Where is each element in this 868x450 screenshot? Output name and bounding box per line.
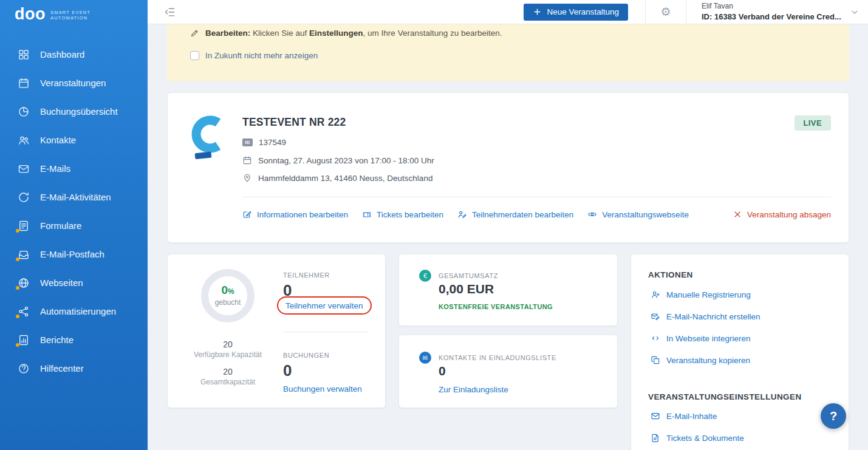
forms-icon <box>18 220 30 232</box>
sidebar-item-email-postfach[interactable]: E-Mail-Postfach <box>0 240 148 268</box>
chevron-down-icon <box>850 7 859 17</box>
event-datetime: Sonntag, 27. August 2023 von 17:00 - 18:… <box>258 156 434 165</box>
sidebar-item-kontakte[interactable]: Kontakte <box>0 126 148 154</box>
gear-icon[interactable]: ⚙ <box>646 0 686 24</box>
event-title: TESTEVENT NR 222 <box>242 116 346 129</box>
cancel-event-link[interactable]: Veranstaltung absagen <box>733 210 831 219</box>
calendar-icon <box>18 77 30 89</box>
topbar: Neue Veranstaltung ⚙ Elif Tavan ID: 1638… <box>148 0 868 24</box>
edit-tickets-link[interactable]: Tickets bearbeiten <box>362 210 443 219</box>
revenue-header: GESAMTUMSATZ <box>439 272 498 279</box>
sidebar-item-veranstaltungen[interactable]: Veranstaltungen <box>0 69 148 97</box>
sidebar-item-hilfecenter[interactable]: Hilfecenter <box>0 354 148 383</box>
available-capacity-value: 20 <box>179 339 276 349</box>
copy-event-link[interactable]: Veranstaltung kopieren <box>651 355 750 365</box>
websites-icon <box>18 277 30 289</box>
invites-count: 0 <box>439 364 446 378</box>
person-edit-icon <box>457 210 467 219</box>
event-location: Hammfelddamm 13, 41460 Neuss, Deutschlan… <box>258 174 432 183</box>
status-badge: LIVE <box>795 115 832 131</box>
manage-participants-link[interactable]: Teilnehmer verwalten <box>285 301 363 310</box>
manual-registration-link[interactable]: Manuelle Registrierung <box>651 290 751 299</box>
dashboard-icon <box>18 49 30 61</box>
sidebar-item-label: Buchungsübersicht <box>40 106 118 117</box>
sidebar-item-label: Veranstaltungen <box>40 78 106 88</box>
invite-list-link[interactable]: Zur Einladungsliste <box>439 385 508 394</box>
sidebar-item-label: Formulare <box>40 220 81 231</box>
sidebar-item-label: E-Mail-Aktivitäten <box>40 192 111 202</box>
tickets-documents-link[interactable]: Tickets & Dokumente <box>651 433 744 443</box>
sidebar-nav: Dashboard Veranstaltungen Buchungsübersi… <box>0 40 148 383</box>
revenue-value: 0,00 EUR <box>439 282 494 296</box>
event-website-link[interactable]: Veranstaltungswebseite <box>587 210 689 219</box>
sidebar-item-buchungsuebersicht[interactable]: Buchungsübersicht <box>0 97 148 126</box>
free-event-note: KOSTENFREIE VERANSTALTUNG <box>439 303 553 310</box>
cancel-x-icon <box>733 210 742 219</box>
participants-card: 0% gebucht 20 Verfügbare Kapazität 20 Ge… <box>167 254 386 408</box>
red-annotation-circle: Teilnehmer verwalten <box>277 296 372 315</box>
map-pin-icon <box>242 173 252 183</box>
event-id: 137549 <box>259 138 286 147</box>
account-label: ID: 16383 Verband der Vereine Cred... <box>702 12 844 22</box>
new-event-button[interactable]: Neue Veranstaltung <box>524 4 628 21</box>
event-action-links: Informationen bearbeiten Tickets bearbei… <box>242 210 831 219</box>
help-button[interactable]: ? <box>821 403 846 429</box>
invites-header: KONTAKTE IN EINLADUNGSLISTE <box>439 354 556 361</box>
copy-icon <box>651 355 660 365</box>
automation-icon <box>18 305 30 318</box>
total-capacity-label: Gesamtkapazität <box>179 378 276 386</box>
mail-icon <box>651 411 660 421</box>
sidebar-item-label: Hilfecenter <box>40 363 84 373</box>
person-plus-icon <box>651 290 660 299</box>
edit-document-icon <box>242 210 252 219</box>
invite-contacts-card: ✉ KONTAKTE IN EINLADUNGSLISTE 0 Zur Einl… <box>398 335 618 408</box>
sidebar-item-label: Berichte <box>40 335 73 345</box>
app-logo[interactable]: doo SMART EVENT AUTOMATION <box>0 0 148 21</box>
divider <box>283 332 368 332</box>
eye-icon <box>587 210 597 219</box>
id-badge-icon: ID <box>242 138 253 146</box>
total-capacity-value: 20 <box>179 367 276 377</box>
capacity-block: 20 Verfügbare Kapazität 20 Gesamtkapazit… <box>179 339 276 386</box>
actions-title: AKTIONEN <box>648 270 693 279</box>
sidebar-item-berichte[interactable]: Berichte <box>0 326 148 354</box>
reports-icon <box>18 334 30 346</box>
mail-compose-icon <box>651 312 660 321</box>
embed-icon <box>651 333 660 343</box>
mail-circle-icon: ✉ <box>419 352 431 364</box>
ticket-icon <box>362 210 372 219</box>
mail-icon <box>18 163 30 175</box>
event-logo <box>189 115 225 160</box>
plus-icon <box>533 7 542 16</box>
event-id-row: ID 137549 <box>242 138 286 147</box>
actions-card: AKTIONEN Manuelle Registrierung E-Mail-N… <box>630 254 849 450</box>
main-content: Bearbeiten: Klicken Sie auf Einstellunge… <box>148 24 868 450</box>
edit-participant-data-link[interactable]: Teilnehmerdaten bearbeiten <box>457 210 573 219</box>
email-contents-link[interactable]: E-Mail-Inhalte <box>651 411 717 421</box>
sidebar-item-formulare[interactable]: Formulare <box>0 211 148 240</box>
dismiss-label[interactable]: In Zukunft nicht mehr anzeigen <box>205 51 318 60</box>
calendar-icon <box>242 155 252 165</box>
dismiss-checkbox[interactable] <box>190 51 199 60</box>
sidebar-item-emails[interactable]: E-Mails <box>0 154 148 183</box>
sidebar-item-dashboard[interactable]: Dashboard <box>0 40 148 69</box>
banner-text: Bearbeiten: Klicken Sie auf Einstellunge… <box>205 29 502 38</box>
sidebar-item-automatisierungen[interactable]: Automatisierungen <box>0 297 148 326</box>
sidebar-item-label: E-Mail-Postfach <box>40 249 104 259</box>
collapse-sidebar-icon[interactable] <box>164 6 176 18</box>
sidebar-item-webseiten[interactable]: Webseiten <box>0 268 148 297</box>
manage-bookings-link[interactable]: Buchungen verwalten <box>283 384 362 394</box>
event-settings-title: VERANSTALTUNGSEINSTELLUNGEN <box>648 392 802 401</box>
edit-information-link[interactable]: Informationen bearbeiten <box>242 210 348 219</box>
help-icon <box>18 363 30 375</box>
kpi-column: € GESAMTUMSATZ 0,00 EUR KOSTENFREIE VERA… <box>398 254 618 408</box>
sidebar-item-label: Dashboard <box>40 49 84 60</box>
create-email-link[interactable]: E-Mail-Nachricht erstellen <box>651 312 760 321</box>
event-location-row: Hammfelddamm 13, 41460 Neuss, Deutschlan… <box>242 173 432 183</box>
embed-website-link[interactable]: In Webseite integrieren <box>651 333 751 343</box>
account-menu[interactable]: Elif Tavan ID: 16383 Verband der Vereine… <box>686 0 868 24</box>
bookings-icon <box>18 106 30 118</box>
sidebar-item-email-aktivitaeten[interactable]: E-Mail-Aktivitäten <box>0 183 148 211</box>
sidebar-item-label: Kontakte <box>40 135 76 145</box>
logo-tagline: SMART EVENT AUTOMATION <box>50 10 91 21</box>
